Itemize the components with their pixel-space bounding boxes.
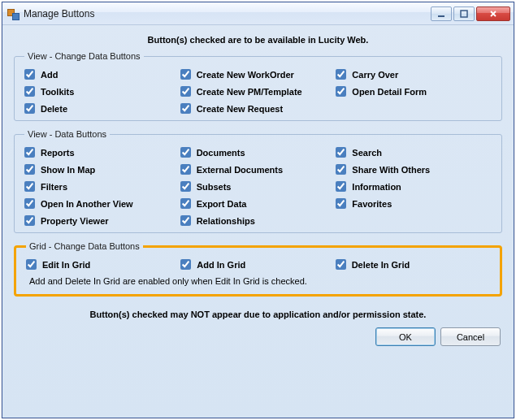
checkbox-input[interactable] — [24, 69, 35, 80]
checkbox-filters[interactable]: Filters — [24, 181, 180, 192]
checkbox-label: Create New PM/Template — [197, 87, 302, 97]
checkbox-input[interactable] — [180, 198, 191, 209]
dialog-buttons: OK Cancel — [14, 327, 502, 346]
checkbox-label: Edit In Grid — [42, 260, 90, 270]
dialog-window: Manage Buttons Button(s) checked are to … — [2, 2, 514, 418]
checkbox-toolkits[interactable]: Toolkits — [24, 86, 180, 97]
checkbox-label: Filters — [41, 182, 67, 192]
checkbox-input[interactable] — [180, 259, 191, 270]
footnote-text: Button(s) checked may NOT appear due to … — [14, 305, 502, 327]
checkbox-input[interactable] — [180, 164, 191, 175]
window-title: Manage Buttons — [24, 8, 431, 19]
checkbox-input[interactable] — [24, 147, 35, 158]
checkbox-input[interactable] — [180, 147, 191, 158]
checkbox-input[interactable] — [180, 86, 191, 97]
svg-rect-1 — [461, 11, 467, 17]
checkbox-input[interactable] — [336, 164, 346, 175]
checkbox-delete[interactable]: Delete — [24, 103, 180, 114]
checkbox-input[interactable] — [180, 103, 191, 114]
checkbox-documents[interactable]: Documents — [180, 147, 336, 158]
checkbox-input[interactable] — [24, 181, 35, 192]
checkbox-search[interactable]: Search — [336, 147, 492, 158]
checkbox-information[interactable]: Information — [336, 181, 492, 192]
checkbox-input[interactable] — [180, 215, 191, 226]
checkbox-reports[interactable]: Reports — [24, 147, 180, 158]
checkbox-input[interactable] — [24, 215, 35, 226]
checkbox-label: Carry Over — [352, 70, 398, 80]
checkbox-input[interactable] — [24, 103, 35, 114]
checkbox-input[interactable] — [336, 259, 346, 270]
window-buttons — [431, 6, 510, 21]
checkbox-share-with-others[interactable]: Share With Others — [336, 164, 492, 175]
group-view-data: View - Data Buttons ReportsShow In MapFi… — [14, 129, 502, 233]
checkbox-delete-in-grid[interactable]: Delete In Grid — [336, 259, 490, 270]
grid-note: Add and Delete In Grid are enabled only … — [26, 270, 490, 288]
checkbox-input[interactable] — [336, 181, 346, 192]
checkbox-input[interactable] — [336, 147, 346, 158]
minimize-button[interactable] — [431, 6, 452, 21]
checkbox-input[interactable] — [24, 198, 35, 209]
checkbox-input[interactable] — [24, 86, 35, 97]
checkbox-show-in-map[interactable]: Show In Map — [24, 164, 180, 175]
checkbox-label: Share With Others — [352, 165, 430, 175]
group-grid-change-data: Grid - Change Data Buttons Edit In Grid … — [14, 241, 502, 297]
checkbox-label: Search — [352, 148, 382, 158]
checkbox-input[interactable] — [180, 181, 191, 192]
checkbox-relationships[interactable]: Relationships — [180, 215, 336, 226]
checkbox-label: Show In Map — [41, 165, 95, 175]
checkbox-input[interactable] — [336, 198, 346, 209]
ok-button[interactable]: OK — [375, 327, 436, 346]
checkbox-add[interactable]: Add — [24, 69, 180, 80]
checkbox-create-new-request[interactable]: Create New Request — [180, 103, 336, 114]
close-icon — [489, 10, 497, 18]
checkbox-label: Add — [41, 70, 58, 80]
app-icon — [7, 7, 20, 20]
checkbox-label: Relationships — [197, 216, 255, 226]
maximize-button[interactable] — [453, 6, 475, 21]
checkbox-external-documents[interactable]: External Documents — [180, 164, 336, 175]
checkbox-label: Export Data — [197, 199, 247, 209]
checkbox-add-in-grid[interactable]: Add In Grid — [180, 259, 335, 270]
checkbox-input[interactable] — [336, 86, 346, 97]
cancel-button[interactable]: Cancel — [440, 327, 501, 346]
checkbox-input[interactable] — [24, 164, 35, 175]
titlebar: Manage Buttons — [2, 2, 514, 25]
headline-text: Button(s) checked are to be available in… — [14, 30, 502, 51]
checkbox-edit-in-grid[interactable]: Edit In Grid — [26, 259, 180, 270]
checkbox-carry-over[interactable]: Carry Over — [336, 69, 492, 80]
checkbox-label: Reports — [41, 148, 75, 158]
checkbox-label: Delete — [41, 104, 67, 114]
checkbox-label: Information — [352, 182, 401, 192]
checkbox-label: Open In Another View — [41, 199, 133, 209]
checkbox-favorites[interactable]: Favorites — [336, 198, 492, 209]
checkbox-open-in-another-view[interactable]: Open In Another View — [24, 198, 180, 209]
checkbox-label: Create New WorkOrder — [197, 70, 294, 80]
checkbox-label: Delete In Grid — [352, 260, 410, 270]
checkbox-create-new-pm-template[interactable]: Create New PM/Template — [180, 86, 336, 97]
checkbox-label: Documents — [197, 148, 245, 158]
maximize-icon — [460, 10, 468, 18]
checkbox-input[interactable] — [26, 259, 37, 270]
checkbox-property-viewer[interactable]: Property Viewer — [24, 215, 180, 226]
group-legend: View - Data Buttons — [24, 129, 110, 139]
checkbox-subsets[interactable]: Subsets — [180, 181, 336, 192]
checkbox-label: Subsets — [197, 182, 232, 192]
group-legend: View - Change Data Buttons — [24, 51, 144, 61]
group-view-change-data: View - Change Data Buttons AddToolkitsDe… — [14, 51, 502, 121]
dialog-content: Button(s) checked are to be available in… — [2, 25, 514, 418]
checkbox-label: Toolkits — [41, 87, 74, 97]
checkbox-input[interactable] — [180, 69, 191, 80]
svg-rect-0 — [438, 15, 444, 17]
checkbox-label: Property Viewer — [41, 216, 109, 226]
checkbox-label: Add In Grid — [197, 260, 245, 270]
checkbox-label: Create New Request — [197, 104, 283, 114]
checkbox-open-detail-form[interactable]: Open Detail Form — [336, 86, 492, 97]
checkbox-label: Open Detail Form — [352, 87, 427, 97]
checkbox-label: External Documents — [197, 165, 283, 175]
group-legend: Grid - Change Data Buttons — [26, 241, 143, 251]
checkbox-label: Favorites — [352, 199, 392, 209]
checkbox-export-data[interactable]: Export Data — [180, 198, 336, 209]
checkbox-create-new-workorder[interactable]: Create New WorkOrder — [180, 69, 336, 80]
checkbox-input[interactable] — [336, 69, 346, 80]
close-button[interactable] — [476, 6, 510, 21]
